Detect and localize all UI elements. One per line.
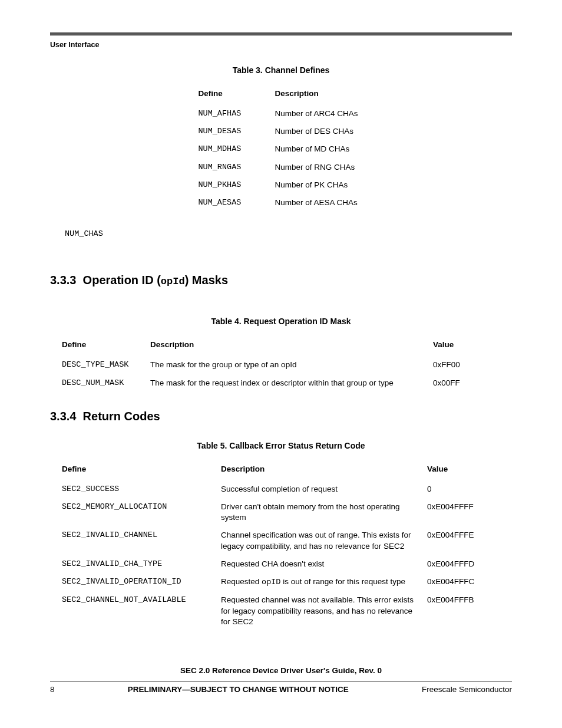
table-row: DESC_TYPE_MASKThe mask for the group or … xyxy=(62,356,466,374)
footer-rule: 8 PRELIMINARY—SUBJECT TO CHANGE WITHOUT … xyxy=(50,681,512,694)
table5-header-value: Value xyxy=(427,461,480,480)
section-334-heading: 3.3.4 Return Codes xyxy=(50,410,512,423)
section-number: 3.3.3 xyxy=(50,274,76,286)
running-head: User Interface xyxy=(50,41,512,49)
cell-desc: Number of ARC4 CHAs xyxy=(275,105,363,123)
table-row: SEC2_INVALID_OPERATION_IDRequested opID … xyxy=(62,573,480,591)
section-title: Return Codes xyxy=(83,410,160,423)
cell-define: NUM_AESAS xyxy=(198,194,275,212)
cell-define: NUM_PKHAS xyxy=(198,176,275,194)
cell-define: SEC2_CHANNEL_NOT_AVAILABLE xyxy=(62,591,221,631)
table-row: NUM_AESASNumber of AESA CHAs xyxy=(198,194,363,212)
section-333-heading: 3.3.3 Operation ID (opId) Masks xyxy=(50,274,512,287)
cell-value: 0xE004FFFB xyxy=(427,591,480,631)
cell-desc: Requested CHA doesn't exist xyxy=(221,555,427,573)
table5-header-define: Define xyxy=(62,461,221,480)
cell-desc: Number of MD CHAs xyxy=(275,140,363,158)
footer-center: PRELIMINARY—SUBJECT TO CHANGE WITHOUT NO… xyxy=(55,685,422,694)
footer-right: Freescale Semiconductor xyxy=(422,685,512,694)
numchas-text: NUM_CHAS xyxy=(65,229,512,238)
table-row: SEC2_INVALID_CHA_TYPERequested CHA doesn… xyxy=(62,555,480,573)
cell-desc: Requested channel was not available. Thi… xyxy=(221,591,427,631)
header-rule xyxy=(50,32,512,36)
table-row: NUM_PKHASNumber of PK CHAs xyxy=(198,176,363,194)
cell-define: SEC2_INVALID_CHANNEL xyxy=(62,526,221,555)
table4: Define Description Value DESC_TYPE_MASKT… xyxy=(62,337,466,391)
table-row: SEC2_INVALID_CHANNELChannel specificatio… xyxy=(62,526,480,555)
table-row: NUM_MDHASNumber of MD CHAs xyxy=(198,140,363,158)
cell-define: SEC2_MEMORY_ALLOCATION xyxy=(62,498,221,526)
cell-define: DESC_TYPE_MASK xyxy=(62,356,150,374)
table-row: NUM_DESASNumber of DES CHAs xyxy=(198,123,363,140)
table5: Define Description Value SEC2_SUCCESSSuc… xyxy=(62,461,480,631)
cell-desc: Requested opID is out of range for this … xyxy=(221,573,427,591)
table4-header-desc: Description xyxy=(150,337,433,356)
cell-define: SEC2_SUCCESS xyxy=(62,480,221,498)
cell-desc: Number of PK CHAs xyxy=(275,176,363,194)
cell-value: 0xE004FFFF xyxy=(427,498,480,526)
table3: Define Description NUM_AFHASNumber of AR… xyxy=(198,85,363,212)
cell-value: 0xE004FFFE xyxy=(427,526,480,555)
footer-doc-title: SEC 2.0 Reference Device Driver User's G… xyxy=(50,666,512,675)
table4-header-define: Define xyxy=(62,337,150,356)
page-number: 8 xyxy=(50,685,55,694)
cell-value: 0xE004FFFC xyxy=(427,573,480,591)
cell-define: NUM_RNGAS xyxy=(198,159,275,176)
cell-value: 0xFF00 xyxy=(433,356,466,374)
section-number: 3.3.4 xyxy=(50,410,76,423)
table3-header-define: Define xyxy=(198,85,275,105)
cell-value: 0xE004FFFD xyxy=(427,555,480,573)
cell-define: DESC_NUM_MASK xyxy=(62,374,150,392)
table5-header-desc: Description xyxy=(221,461,427,480)
section-title-code: opId xyxy=(161,276,185,287)
table-row: SEC2_CHANNEL_NOT_AVAILABLERequested chan… xyxy=(62,591,480,631)
cell-desc: Successful completion of request xyxy=(221,480,427,498)
cell-define: NUM_MDHAS xyxy=(198,140,275,158)
cell-define: NUM_AFHAS xyxy=(198,105,275,123)
table4-caption: Table 4. Request Operation ID Mask xyxy=(50,317,512,326)
table3-caption: Table 3. Channel Defines xyxy=(50,65,512,75)
cell-define: SEC2_INVALID_CHA_TYPE xyxy=(62,555,221,573)
table3-header-desc: Description xyxy=(275,85,363,105)
cell-value: 0x00FF xyxy=(433,374,466,392)
cell-desc: Number of AESA CHAs xyxy=(275,194,363,212)
table-row: NUM_RNGASNumber of RNG CHAs xyxy=(198,159,363,176)
section-title-post: ) Masks xyxy=(185,274,228,286)
table-row: DESC_NUM_MASKThe mask for the request in… xyxy=(62,374,466,392)
cell-define: SEC2_INVALID_OPERATION_ID xyxy=(62,573,221,591)
cell-desc: Number of RNG CHAs xyxy=(275,159,363,176)
cell-define: NUM_DESAS xyxy=(198,123,275,140)
table-row: NUM_AFHASNumber of ARC4 CHAs xyxy=(198,105,363,123)
table-row: SEC2_SUCCESSSuccessful completion of req… xyxy=(62,480,480,498)
table5-caption: Table 5. Callback Error Status Return Co… xyxy=(50,441,512,450)
table-row: SEC2_MEMORY_ALLOCATIONDriver can't obtai… xyxy=(62,498,480,526)
cell-desc: Channel specification was out of range. … xyxy=(221,526,427,555)
cell-desc: The mask for the group or type of an opI… xyxy=(150,356,433,374)
cell-desc: The mask for the request index or descri… xyxy=(150,374,433,392)
table4-header-value: Value xyxy=(433,337,466,356)
cell-desc: Driver can't obtain memory from the host… xyxy=(221,498,427,526)
cell-value: 0 xyxy=(427,480,480,498)
section-title-pre: Operation ID ( xyxy=(83,274,161,286)
cell-desc: Number of DES CHAs xyxy=(275,123,363,140)
